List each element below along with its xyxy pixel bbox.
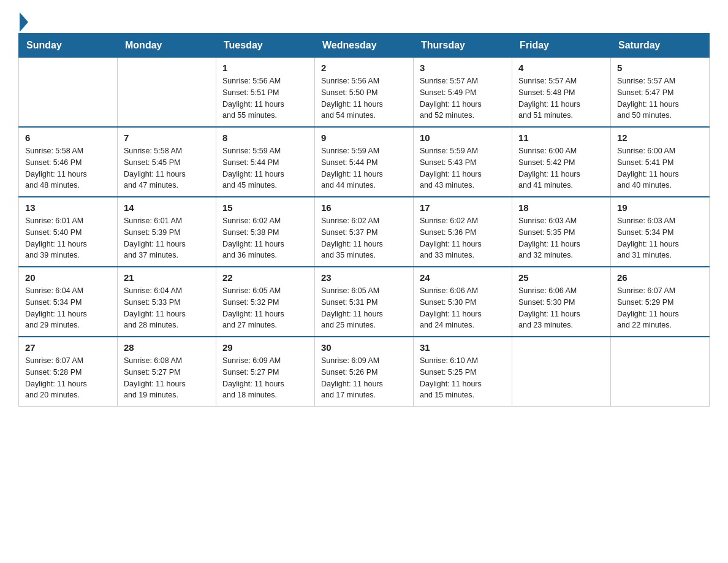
logo-arrow-icon xyxy=(20,12,28,32)
header-area xyxy=(18,12,710,27)
day-info: Sunrise: 6:04 AM Sunset: 5:34 PM Dayligh… xyxy=(25,285,111,331)
day-number: 31 xyxy=(420,342,506,353)
day-info: Sunrise: 6:00 AM Sunset: 5:42 PM Dayligh… xyxy=(518,145,604,191)
calendar-cell: 4Sunrise: 5:57 AM Sunset: 5:48 PM Daylig… xyxy=(512,58,611,128)
day-info: Sunrise: 6:06 AM Sunset: 5:30 PM Dayligh… xyxy=(420,285,506,331)
calendar-cell: 24Sunrise: 6:06 AM Sunset: 5:30 PM Dayli… xyxy=(414,267,512,337)
day-number: 13 xyxy=(25,202,111,213)
day-info: Sunrise: 6:03 AM Sunset: 5:35 PM Dayligh… xyxy=(518,215,604,261)
calendar-cell xyxy=(19,58,118,128)
day-info: Sunrise: 5:59 AM Sunset: 5:44 PM Dayligh… xyxy=(321,145,407,191)
calendar-week-row-1: 1Sunrise: 5:56 AM Sunset: 5:51 PM Daylig… xyxy=(19,58,710,128)
calendar-cell xyxy=(611,337,710,407)
calendar-cell: 16Sunrise: 6:02 AM Sunset: 5:37 PM Dayli… xyxy=(315,197,414,267)
day-number: 1 xyxy=(222,63,308,73)
day-number: 3 xyxy=(420,63,506,73)
calendar-cell: 22Sunrise: 6:05 AM Sunset: 5:32 PM Dayli… xyxy=(216,267,315,337)
calendar-cell: 11Sunrise: 6:00 AM Sunset: 5:42 PM Dayli… xyxy=(512,127,611,197)
day-number: 24 xyxy=(420,272,506,283)
calendar-cell: 12Sunrise: 6:00 AM Sunset: 5:41 PM Dayli… xyxy=(611,127,710,197)
calendar-week-row-2: 6Sunrise: 5:58 AM Sunset: 5:46 PM Daylig… xyxy=(19,127,710,197)
day-info: Sunrise: 6:05 AM Sunset: 5:31 PM Dayligh… xyxy=(321,285,407,331)
calendar-header-sunday: Sunday xyxy=(19,34,118,58)
calendar-cell: 25Sunrise: 6:06 AM Sunset: 5:30 PM Dayli… xyxy=(512,267,611,337)
day-number: 21 xyxy=(124,272,210,283)
calendar-cell: 10Sunrise: 5:59 AM Sunset: 5:43 PM Dayli… xyxy=(414,127,512,197)
day-number: 7 xyxy=(124,132,210,143)
calendar-cell: 18Sunrise: 6:03 AM Sunset: 5:35 PM Dayli… xyxy=(512,197,611,267)
day-number: 11 xyxy=(518,132,604,143)
day-number: 27 xyxy=(25,342,111,353)
day-number: 19 xyxy=(617,202,703,213)
day-info: Sunrise: 6:03 AM Sunset: 5:34 PM Dayligh… xyxy=(617,215,703,261)
day-info: Sunrise: 5:56 AM Sunset: 5:51 PM Dayligh… xyxy=(222,75,308,121)
day-number: 22 xyxy=(222,272,308,283)
calendar-cell xyxy=(512,337,611,407)
calendar-cell: 28Sunrise: 6:08 AM Sunset: 5:27 PM Dayli… xyxy=(118,337,216,407)
calendar-table: SundayMondayTuesdayWednesdayThursdayFrid… xyxy=(18,33,710,407)
calendar-cell: 14Sunrise: 6:01 AM Sunset: 5:39 PM Dayli… xyxy=(118,197,216,267)
calendar-cell: 23Sunrise: 6:05 AM Sunset: 5:31 PM Dayli… xyxy=(315,267,414,337)
day-number: 4 xyxy=(518,63,604,73)
day-number: 10 xyxy=(420,132,506,143)
day-info: Sunrise: 6:02 AM Sunset: 5:37 PM Dayligh… xyxy=(321,215,407,261)
day-info: Sunrise: 5:57 AM Sunset: 5:47 PM Dayligh… xyxy=(617,75,703,121)
day-number: 5 xyxy=(617,63,703,73)
day-info: Sunrise: 5:57 AM Sunset: 5:48 PM Dayligh… xyxy=(518,75,604,121)
calendar-header-saturday: Saturday xyxy=(611,34,710,58)
day-info: Sunrise: 6:07 AM Sunset: 5:29 PM Dayligh… xyxy=(617,285,703,331)
day-number: 6 xyxy=(25,132,111,143)
calendar-header-thursday: Thursday xyxy=(414,34,512,58)
day-info: Sunrise: 5:56 AM Sunset: 5:50 PM Dayligh… xyxy=(321,75,407,121)
day-info: Sunrise: 5:57 AM Sunset: 5:49 PM Dayligh… xyxy=(420,75,506,121)
calendar-cell: 2Sunrise: 5:56 AM Sunset: 5:50 PM Daylig… xyxy=(315,58,414,128)
calendar-cell: 20Sunrise: 6:04 AM Sunset: 5:34 PM Dayli… xyxy=(19,267,118,337)
day-number: 20 xyxy=(25,272,111,283)
day-info: Sunrise: 6:07 AM Sunset: 5:28 PM Dayligh… xyxy=(25,355,111,401)
calendar-cell: 8Sunrise: 5:59 AM Sunset: 5:44 PM Daylig… xyxy=(216,127,315,197)
day-info: Sunrise: 6:09 AM Sunset: 5:26 PM Dayligh… xyxy=(321,355,407,401)
calendar-header-monday: Monday xyxy=(118,34,216,58)
calendar-header-wednesday: Wednesday xyxy=(315,34,414,58)
calendar-cell: 17Sunrise: 6:02 AM Sunset: 5:36 PM Dayli… xyxy=(414,197,512,267)
calendar-cell: 7Sunrise: 5:58 AM Sunset: 5:45 PM Daylig… xyxy=(118,127,216,197)
day-number: 26 xyxy=(617,272,703,283)
calendar-cell: 30Sunrise: 6:09 AM Sunset: 5:26 PM Dayli… xyxy=(315,337,414,407)
day-info: Sunrise: 6:00 AM Sunset: 5:41 PM Dayligh… xyxy=(617,145,703,191)
calendar-header-row: SundayMondayTuesdayWednesdayThursdayFrid… xyxy=(19,34,710,58)
logo xyxy=(18,12,28,27)
day-number: 16 xyxy=(321,202,407,213)
day-number: 28 xyxy=(124,342,210,353)
calendar-cell: 26Sunrise: 6:07 AM Sunset: 5:29 PM Dayli… xyxy=(611,267,710,337)
day-info: Sunrise: 6:09 AM Sunset: 5:27 PM Dayligh… xyxy=(222,355,308,401)
day-number: 14 xyxy=(124,202,210,213)
day-number: 30 xyxy=(321,342,407,353)
calendar-cell: 15Sunrise: 6:02 AM Sunset: 5:38 PM Dayli… xyxy=(216,197,315,267)
day-number: 17 xyxy=(420,202,506,213)
day-info: Sunrise: 6:02 AM Sunset: 5:36 PM Dayligh… xyxy=(420,215,506,261)
day-number: 9 xyxy=(321,132,407,143)
day-info: Sunrise: 6:06 AM Sunset: 5:30 PM Dayligh… xyxy=(518,285,604,331)
day-number: 29 xyxy=(222,342,308,353)
day-info: Sunrise: 6:01 AM Sunset: 5:39 PM Dayligh… xyxy=(124,215,210,261)
day-info: Sunrise: 6:01 AM Sunset: 5:40 PM Dayligh… xyxy=(25,215,111,261)
day-info: Sunrise: 5:58 AM Sunset: 5:45 PM Dayligh… xyxy=(124,145,210,191)
day-number: 23 xyxy=(321,272,407,283)
calendar-cell: 31Sunrise: 6:10 AM Sunset: 5:25 PM Dayli… xyxy=(414,337,512,407)
day-number: 8 xyxy=(222,132,308,143)
day-number: 12 xyxy=(617,132,703,143)
calendar-cell: 1Sunrise: 5:56 AM Sunset: 5:51 PM Daylig… xyxy=(216,58,315,128)
day-info: Sunrise: 5:59 AM Sunset: 5:44 PM Dayligh… xyxy=(222,145,308,191)
day-info: Sunrise: 6:10 AM Sunset: 5:25 PM Dayligh… xyxy=(420,355,506,401)
day-info: Sunrise: 6:04 AM Sunset: 5:33 PM Dayligh… xyxy=(124,285,210,331)
day-info: Sunrise: 6:02 AM Sunset: 5:38 PM Dayligh… xyxy=(222,215,308,261)
calendar-cell: 13Sunrise: 6:01 AM Sunset: 5:40 PM Dayli… xyxy=(19,197,118,267)
day-info: Sunrise: 5:58 AM Sunset: 5:46 PM Dayligh… xyxy=(25,145,111,191)
calendar-week-row-5: 27Sunrise: 6:07 AM Sunset: 5:28 PM Dayli… xyxy=(19,337,710,407)
calendar-cell: 3Sunrise: 5:57 AM Sunset: 5:49 PM Daylig… xyxy=(414,58,512,128)
day-info: Sunrise: 6:08 AM Sunset: 5:27 PM Dayligh… xyxy=(124,355,210,401)
day-number: 2 xyxy=(321,63,407,73)
calendar-week-row-3: 13Sunrise: 6:01 AM Sunset: 5:40 PM Dayli… xyxy=(19,197,710,267)
day-info: Sunrise: 6:05 AM Sunset: 5:32 PM Dayligh… xyxy=(222,285,308,331)
calendar-cell: 6Sunrise: 5:58 AM Sunset: 5:46 PM Daylig… xyxy=(19,127,118,197)
